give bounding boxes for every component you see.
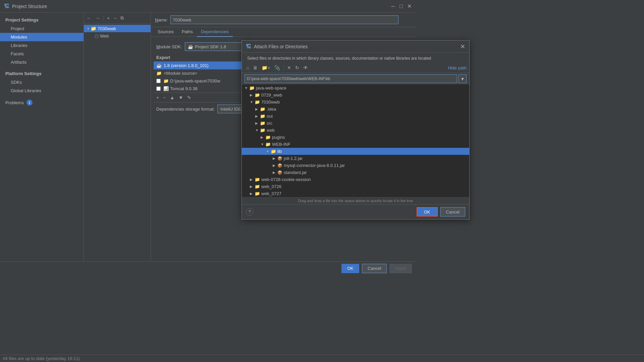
chevron-down-icon: ▼ — [255, 128, 259, 132]
attach-ok-button[interactable]: OK — [417, 207, 438, 217]
name-label: Name: — [155, 17, 168, 22]
chevron-right-icon: ▶ — [273, 171, 277, 174]
chevron-right-icon: ▶ — [250, 192, 254, 195]
chevron-down-icon: ▼ — [266, 149, 270, 153]
desktop-button[interactable]: 🖥 — [251, 64, 259, 71]
minimize-button[interactable]: ─ — [390, 4, 396, 9]
name-input[interactable] — [170, 15, 398, 24]
remove-module-button[interactable]: − — [112, 15, 118, 21]
tree-item-web[interactable]: ◻ Web — [84, 32, 151, 40]
web-module-icon: ◻ — [95, 33, 99, 39]
tree-node-web-inf[interactable]: ▼ 📁 WEB-INF — [242, 141, 469, 148]
chevron-down-icon: ▼ — [250, 100, 254, 104]
path-input[interactable] — [245, 74, 457, 83]
add-dep-button[interactable]: + — [155, 94, 160, 101]
folder-icon: 📁 — [255, 100, 260, 105]
show-hidden-button[interactable]: 👁 — [302, 64, 310, 71]
ok-button[interactable]: OK — [341, 264, 359, 273]
dep-path-checkbox[interactable] — [156, 79, 161, 83]
dialog-icon: 🏗 — [4, 3, 9, 9]
remove-dep-button[interactable]: − — [162, 94, 167, 101]
hide-path-button[interactable]: Hide path — [448, 65, 467, 70]
edit-dep-button[interactable]: ✎ — [186, 94, 193, 101]
add-module-button[interactable]: + — [106, 15, 111, 21]
status-bar: All files are up to date (yesterday 16:1… — [0, 355, 644, 362]
tree-node-0729-wwb[interactable]: ▶ 📁 0729_wwb — [242, 92, 469, 99]
tree-node-web-0728[interactable]: ▶ 📁 web-0728-cookie-session — [242, 176, 469, 183]
folder-icon: 📁 — [265, 142, 271, 147]
dialog-title-bar: 🏗 Project Structure ─ □ ✕ — [0, 0, 416, 13]
attach-title-bar: 🏗 Attach Files or Directories ✕ — [242, 41, 469, 53]
sidebar-item-facets[interactable]: Facets — [0, 50, 84, 58]
home-button[interactable]: ⌂ — [245, 64, 251, 71]
tree-node-jstl[interactable]: ▶ 📦 jstl-1.2.jar — [242, 155, 469, 162]
path-dropdown[interactable]: ▼ — [459, 74, 467, 83]
tree-node-out[interactable]: ▶ 📁 out — [242, 113, 469, 120]
nav-forward-button[interactable]: → — [94, 15, 101, 21]
attach-description: Select files or directories in which lib… — [242, 53, 469, 63]
sidebar-item-project[interactable]: Project — [0, 24, 84, 33]
new-folder-button[interactable]: 📁+ — [260, 64, 272, 71]
chevron-down-icon: ▼ — [261, 142, 265, 146]
move-down-button[interactable]: ▼ — [177, 94, 184, 101]
chevron-right-icon: ▶ — [255, 114, 259, 118]
platform-settings-title: Platform Settings — [0, 69, 84, 78]
tree-node-standard[interactable]: ▶ 📦 standard.jar — [242, 169, 469, 176]
attach-hint: Drag and drop a file into the space abov… — [242, 197, 469, 204]
sidebar-item-modules[interactable]: Modules — [0, 33, 84, 41]
coffee-icon: ☕ — [188, 44, 193, 49]
sidebar-item-artifacts[interactable]: Artifacts — [0, 58, 84, 66]
cancel-button[interactable]: Cancel — [362, 264, 387, 273]
move-up-button[interactable]: ▲ — [168, 94, 176, 101]
delete-button[interactable]: ✕ — [285, 64, 293, 71]
tree-node-web-0727[interactable]: ▶ 📁 web_0727 — [242, 190, 469, 197]
attach-path-row: ▼ — [242, 73, 469, 84]
tab-sources[interactable]: Sources — [154, 27, 178, 37]
folder-icon: 📁 — [91, 26, 96, 31]
folder-icon: 📁 — [260, 114, 265, 119]
sidebar-item-libraries[interactable]: Libraries — [0, 41, 84, 50]
tree-node-lib[interactable]: ▼ 📁 lib — [242, 148, 469, 155]
folder-icon: 📁 — [163, 78, 169, 83]
module-tabs: Sources Paths Dependencies — [151, 27, 416, 37]
tree-item-7030wwb[interactable]: ▼ 📁 7030wwb — [84, 25, 151, 32]
tree-node-java-web-space[interactable]: ▼ 📁 java-web-space — [242, 84, 469, 92]
sidebar-item-sdks[interactable]: SDKs — [0, 78, 84, 86]
chevron-right-icon: ▶ — [273, 164, 277, 167]
tree-node-web[interactable]: ▼ 📁 web — [242, 127, 469, 134]
tab-paths[interactable]: Paths — [178, 27, 197, 37]
chevron-right-icon: ▶ — [273, 157, 277, 160]
attach-folder-button[interactable]: 📎 — [273, 64, 282, 71]
tree-node-web-0726[interactable]: ▶ 📁 web_0726 — [242, 183, 469, 190]
tab-dependencies[interactable]: Dependencies — [197, 27, 233, 37]
problems-item[interactable]: Problems 1 — [0, 98, 84, 108]
chevron-down-icon: ▼ — [87, 27, 90, 31]
title-controls: ─ □ ✕ — [390, 4, 412, 9]
folder-icon: 📁 — [260, 121, 265, 126]
tree-node-7030wwb[interactable]: ▼ 📁 7030wwb — [242, 99, 469, 106]
attach-dialog-title: Attach Files or Directories — [254, 44, 308, 49]
close-button[interactable]: ✕ — [407, 4, 412, 9]
jar-icon: 📦 — [277, 163, 282, 168]
attach-close-button[interactable]: ✕ — [460, 43, 465, 50]
chevron-right-icon: ▶ — [250, 93, 254, 97]
help-button[interactable]: ? — [246, 208, 253, 216]
folder-icon: 📁 — [255, 93, 260, 98]
attach-cancel-button[interactable]: Cancel — [440, 207, 465, 217]
nav-back-button[interactable]: ← — [85, 15, 93, 21]
folder-icon: 📁 — [271, 149, 276, 154]
attach-dialog: 🏗 Attach Files or Directories ✕ Select f… — [241, 40, 470, 220]
tree-node-pugins[interactable]: ▶ 📁 pugins — [242, 134, 469, 141]
tree-node-idea[interactable]: ▶ 📁 .idea — [242, 106, 469, 113]
refresh-button[interactable]: ↻ — [293, 64, 301, 71]
apply-button[interactable]: Apply — [389, 264, 412, 273]
dep-tomcat-checkbox[interactable] — [156, 86, 161, 91]
tree-node-src[interactable]: ▶ 📁 src — [242, 120, 469, 127]
copy-module-button[interactable]: ⧉ — [119, 14, 125, 21]
file-tree: ▼ 📁 java-web-space ▶ 📁 0729_wwb ▼ 📁 7030… — [242, 84, 469, 197]
maximize-button[interactable]: □ — [398, 4, 404, 9]
sidebar-item-global-libraries[interactable]: Global Libraries — [0, 86, 84, 95]
sdk-label: Module SDK: — [156, 44, 182, 49]
jdk-icon: ☕ — [156, 63, 162, 68]
tree-node-mysql[interactable]: ▶ 📦 mysql-connector-java-8.0.11.jar — [242, 162, 469, 169]
